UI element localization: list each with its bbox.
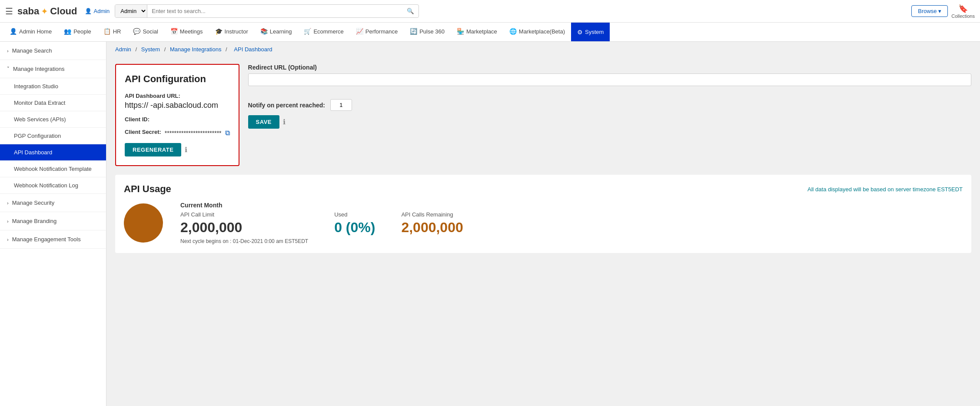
- breadcrumb-admin[interactable]: Admin: [115, 46, 131, 53]
- api-client-secret-field: Client Secret: ************************ …: [125, 129, 230, 137]
- social-icon: 💬: [133, 28, 140, 35]
- stat-block-remaining: API Calls Remaining 2,000,000: [401, 202, 463, 244]
- stat-block-used: Used 0 (0%): [334, 202, 375, 244]
- ecommerce-icon: 🛒: [304, 28, 311, 35]
- search-button[interactable]: 🔍: [402, 5, 419, 17]
- nav-item-instructor[interactable]: 🎓 Instructor: [209, 23, 254, 41]
- sidebar-item-manage-integrations-label: Manage Integrations: [13, 66, 65, 72]
- nav-item-social-label: Social: [143, 28, 158, 35]
- save-row: SAVE ℹ: [248, 115, 971, 129]
- chevron-right-branding-icon: ›: [7, 219, 9, 224]
- sidebar-item-manage-search-label: Manage Search: [12, 47, 52, 54]
- chevron-right-engagement-icon: ›: [7, 237, 9, 242]
- nav-item-ecommerce-label: Ecommerce: [313, 28, 343, 35]
- api-config-title: API Configuration: [125, 73, 230, 85]
- sidebar-item-manage-integrations[interactable]: ˅ Manage Integrations: [0, 60, 106, 78]
- sidebar-sub-item-api-dashboard[interactable]: API Dashboard: [0, 144, 106, 161]
- sidebar-sub-item-webhook-notification-log[interactable]: Webhook Notification Log: [0, 177, 106, 194]
- sidebar-sub-item-pgp-configuration[interactable]: PGP Configuration: [0, 128, 106, 144]
- sidebar-item-manage-search[interactable]: › Manage Search: [0, 42, 106, 60]
- content-area: API Configuration API Dashboard URL: htt…: [106, 57, 980, 260]
- system-icon: ⚙: [577, 29, 583, 36]
- nav-item-system-label: System: [585, 29, 604, 35]
- remaining-label: API Calls Remaining: [401, 211, 463, 218]
- sidebar-sub-item-webhook-notification-template[interactable]: Webhook Notification Template: [0, 161, 106, 177]
- api-url-label: API Dashboard URL:: [125, 93, 230, 99]
- copy-icon[interactable]: ⧉: [225, 129, 230, 137]
- search-dropdown[interactable]: Admin: [115, 5, 147, 17]
- nav-item-hr[interactable]: 📋 HR: [97, 23, 127, 41]
- notify-input[interactable]: [330, 99, 352, 111]
- hamburger-icon[interactable]: ☰: [5, 6, 13, 17]
- nav-item-marketplace[interactable]: 🏪 Marketplace: [451, 23, 503, 41]
- search-input[interactable]: [147, 5, 402, 17]
- nav-item-meetings-label: Meetings: [180, 28, 203, 35]
- nav-item-marketplace-beta[interactable]: 🌐 Marketplace(Beta): [503, 23, 571, 41]
- sidebar-sub-item-monitor-data-extract[interactable]: Monitor Data Extract: [0, 95, 106, 111]
- nav-item-marketplace-label: Marketplace: [466, 28, 497, 35]
- top-bar-left: ☰ saba ✦ Cloud 👤 Admin: [5, 6, 110, 17]
- redirect-url-field: Redirect URL (Optional): [248, 64, 971, 86]
- breadcrumb-system[interactable]: System: [141, 46, 160, 53]
- breadcrumb-manage-integrations[interactable]: Manage Integrations: [170, 46, 222, 53]
- sidebar-sub-item-integration-studio[interactable]: Integration Studio: [0, 78, 106, 95]
- nav-item-admin-home[interactable]: 👤 Admin Home: [3, 23, 58, 41]
- logo-star-icon: ✦: [41, 6, 48, 17]
- save-info-icon[interactable]: ℹ: [283, 118, 286, 126]
- nav-bar: 👤 Admin Home 👥 People 📋 HR 💬 Social 📅 Me…: [0, 23, 980, 42]
- usage-content: Current Month API Call Limit 2,000,000 N…: [124, 202, 963, 244]
- nav-item-marketplace-beta-label: Marketplace(Beta): [519, 28, 565, 35]
- sidebar-item-manage-engagement-tools[interactable]: › Manage Engagement Tools: [0, 230, 106, 249]
- instructor-icon: 🎓: [215, 28, 223, 35]
- nav-item-meetings[interactable]: 📅 Meetings: [164, 23, 209, 41]
- collections-icon: 🔖: [958, 4, 968, 13]
- pgp-configuration-label: PGP Configuration: [14, 133, 61, 139]
- api-config-card: API Configuration API Dashboard URL: htt…: [115, 64, 239, 166]
- admin-person-icon: 👤: [85, 8, 92, 14]
- sidebar-item-manage-engagement-tools-label: Manage Engagement Tools: [12, 236, 81, 243]
- nav-item-ecommerce[interactable]: 🛒 Ecommerce: [298, 23, 349, 41]
- redirect-url-input[interactable]: [248, 73, 971, 86]
- call-limit-label: API Call Limit: [180, 211, 308, 218]
- used-label: Used: [334, 211, 375, 218]
- integration-studio-label: Integration Studio: [14, 83, 58, 90]
- nav-item-learning[interactable]: 📚 Learning: [254, 23, 298, 41]
- admin-badge[interactable]: 👤 Admin: [85, 8, 110, 14]
- nav-item-performance[interactable]: 📈 Performance: [350, 23, 404, 41]
- api-url-field: API Dashboard URL: https:// -api.sabaclo…: [125, 93, 230, 110]
- regenerate-row: REGENERATE ℹ: [125, 143, 230, 156]
- nav-item-people[interactable]: 👥 People: [58, 23, 97, 41]
- api-client-id-field: Client ID:: [125, 116, 230, 123]
- redirect-url-label: Redirect URL (Optional): [248, 64, 971, 71]
- api-usage-title: API Usage: [124, 183, 171, 195]
- web-services-apis-label: Web Services (APIs): [14, 116, 66, 123]
- notify-label: Notify on percent reached:: [248, 102, 325, 109]
- notify-section: Notify on percent reached: SAVE ℹ: [248, 99, 971, 129]
- nav-item-social[interactable]: 💬 Social: [127, 23, 164, 41]
- sidebar-sub-item-web-services-apis[interactable]: Web Services (APIs): [0, 111, 106, 128]
- nav-item-pulse360[interactable]: 🔄 Pulse 360: [404, 23, 451, 41]
- logo-cloud-text: Cloud: [50, 6, 77, 17]
- performance-icon: 📈: [356, 28, 363, 35]
- logo-text: saba: [17, 6, 39, 17]
- chevron-right-security-icon: ›: [7, 200, 9, 206]
- api-dashboard-label: API Dashboard: [14, 149, 52, 156]
- remaining-value: 2,000,000: [401, 220, 463, 236]
- usage-stats: Current Month API Call Limit 2,000,000 N…: [180, 202, 963, 244]
- info-icon[interactable]: ℹ: [185, 146, 187, 154]
- search-bar: Admin 🔍: [115, 4, 419, 18]
- breadcrumb-sep-3: /: [226, 46, 229, 53]
- regenerate-button[interactable]: REGENERATE: [125, 143, 181, 156]
- meetings-icon: 📅: [170, 28, 178, 35]
- next-cycle-label: Next cycle begins on : 01-Dec-2021 0:00 …: [180, 238, 308, 244]
- people-icon: 👥: [64, 28, 71, 35]
- top-bar-right: Browse ▾ 🔖 Collections: [911, 4, 975, 19]
- nav-item-system[interactable]: ⚙ System: [571, 23, 610, 41]
- main-content: Admin / System / Manage Integrations / A…: [106, 42, 980, 406]
- sidebar-item-manage-branding[interactable]: › Manage Branding: [0, 212, 106, 230]
- collections-button[interactable]: 🔖 Collections: [951, 4, 975, 19]
- save-button[interactable]: SAVE: [248, 115, 279, 129]
- sidebar: › Manage Search ˅ Manage Integrations In…: [0, 42, 106, 406]
- browse-button[interactable]: Browse ▾: [911, 5, 948, 17]
- sidebar-item-manage-security[interactable]: › Manage Security: [0, 194, 106, 212]
